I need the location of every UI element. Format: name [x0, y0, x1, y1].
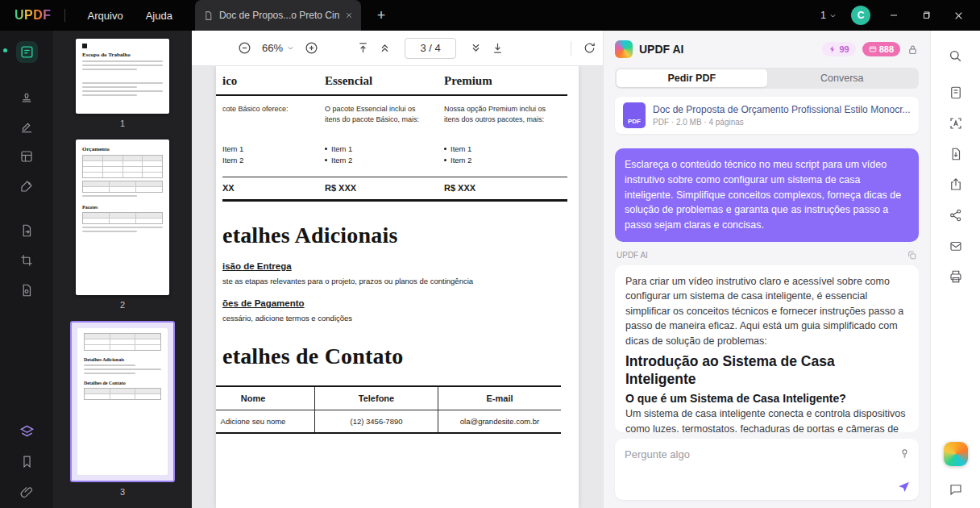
- feedback-icon[interactable]: [949, 474, 963, 505]
- toolbar-divider: [571, 41, 571, 56]
- attachment-icon[interactable]: [10, 477, 43, 506]
- zoom-level-dropdown[interactable]: 66%: [262, 42, 294, 54]
- contact-header: E-mail: [438, 387, 561, 410]
- first-page-button[interactable]: [356, 41, 370, 55]
- export-icon[interactable]: [949, 169, 963, 200]
- page-thumbnail-1[interactable]: Escopo do Trabalho: [76, 39, 169, 114]
- ai-response-label-row: UPDF AI: [617, 250, 917, 260]
- tab-title: Doc de Propos...o Preto Cinza: [219, 10, 339, 21]
- file-name: Doc de Proposta de Orçamento Profissiona…: [653, 104, 910, 115]
- chevron-down-icon: [829, 12, 837, 19]
- ai-response-paragraph: Um sistema de casa inteligente conecta e…: [625, 406, 908, 432]
- minimize-button[interactable]: [885, 6, 903, 24]
- send-icon[interactable]: [897, 480, 911, 493]
- ocr-icon[interactable]: [949, 108, 963, 139]
- titlebar-divider: [64, 9, 65, 22]
- ai-tokens-badge[interactable]: 888: [862, 42, 900, 56]
- selected-thumbnail-highlight: Detalhes Adicionais Detalhes de Contato: [70, 321, 175, 482]
- left-tool-rail: [0, 31, 53, 508]
- document-tab[interactable]: Doc de Propos...o Preto Cinza: [195, 0, 361, 31]
- document-canvas[interactable]: ico Essencial Premium cote Básico oferec…: [192, 66, 603, 508]
- ai-credits-badge[interactable]: 99: [822, 42, 855, 56]
- form-tool-icon[interactable]: [10, 141, 43, 171]
- search-icon[interactable]: [948, 40, 963, 71]
- mini-subheading: Detalhes de Contato: [84, 381, 161, 385]
- zoom-in-button[interactable]: [304, 40, 319, 56]
- credits-count: 99: [839, 44, 849, 54]
- last-page-button[interactable]: [491, 41, 505, 55]
- pricing-desc: cote Básico oferece:: [222, 96, 325, 115]
- menu-arquivo[interactable]: Arquivo: [77, 0, 135, 31]
- contact-table: Nome Telefone E-mail Adicione seu nome (…: [216, 385, 561, 434]
- mini-table: [82, 155, 163, 178]
- titlebar: UPDF Arquivo Ajuda Doc de Propos...o Pre…: [0, 0, 980, 31]
- stamp-icon[interactable]: [10, 81, 43, 111]
- sign-tool-icon[interactable]: [10, 171, 43, 201]
- pricing-header: Essencial: [325, 74, 444, 94]
- right-tool-rail: [930, 31, 980, 508]
- menu-ajuda[interactable]: Ajuda: [135, 0, 184, 31]
- avatar[interactable]: C: [851, 6, 870, 25]
- pdf-file-icon: PDF: [623, 102, 646, 128]
- pricing-desc: Nossa opção Premium inclui os itens dos …: [444, 96, 567, 124]
- zoom-level: 66%: [262, 42, 283, 54]
- doc-text-pagamento: cessário, adicione termos e condições: [216, 308, 579, 323]
- reading-mode-icon[interactable]: [949, 77, 963, 108]
- ai-response-card[interactable]: Para criar um vídeo instrutivo claro e a…: [615, 265, 919, 432]
- document-toolbar: 66% 3 / 4: [192, 31, 603, 66]
- thumbnail-panel-icon[interactable]: [10, 37, 43, 67]
- doc-subheading-entrega: isão de Entrega: [216, 248, 579, 271]
- share-icon[interactable]: [949, 200, 963, 231]
- previous-page-button[interactable]: [378, 41, 392, 55]
- edit-text-icon[interactable]: [10, 111, 43, 141]
- ai-panel-title: UPDF AI: [639, 43, 683, 56]
- maximize-button[interactable]: [917, 6, 935, 24]
- close-button[interactable]: [949, 6, 967, 24]
- ai-tabs: Pedir PDF Conversa: [615, 68, 919, 89]
- next-page-button[interactable]: [469, 41, 483, 55]
- mini-heading: Detalhes Adicionais: [84, 357, 161, 362]
- convert-page-icon[interactable]: [10, 215, 43, 245]
- lock-icon[interactable]: [907, 44, 919, 56]
- ai-assistant-button[interactable]: [944, 442, 968, 466]
- crop-tool-icon[interactable]: [10, 245, 43, 275]
- ai-response-subheading: O que é um Sistema de Casa Inteligente?: [625, 392, 908, 405]
- pricing-item: Item 1: [331, 144, 352, 153]
- pricing-price-row: XX R$ XXX R$ XXX: [222, 177, 567, 202]
- price-value: R$ XXX: [444, 183, 475, 193]
- chevron-down-icon: [287, 44, 294, 52]
- page-thumbnail-3[interactable]: Detalhes Adicionais Detalhes de Contato: [77, 328, 168, 475]
- page-indicator[interactable]: 3 / 4: [405, 38, 456, 59]
- pdf-page[interactable]: ico Essencial Premium cote Básico oferec…: [216, 66, 579, 508]
- page-thumbnail-2[interactable]: Orçamento Pacotes: [76, 139, 169, 295]
- window-count-dropdown[interactable]: 1: [820, 10, 837, 21]
- prompt-ideas-icon[interactable]: [899, 447, 911, 459]
- tab-close-icon[interactable]: [345, 11, 353, 19]
- document-icon: [203, 10, 214, 21]
- zoom-out-button[interactable]: [237, 40, 252, 56]
- doc-heading-adicionais: etalhes Adicionais: [216, 202, 579, 248]
- mini-heading: Escopo do Trabalho: [82, 52, 163, 58]
- tab-pedir-pdf[interactable]: Pedir PDF: [617, 69, 767, 87]
- layers-icon[interactable]: [10, 417, 43, 447]
- mini-heading: Orçamento: [82, 146, 163, 152]
- updf-window: UPDF Arquivo Ajuda Doc de Propos...o Pre…: [0, 0, 980, 508]
- ai-question-input[interactable]: [615, 439, 919, 500]
- rotate-page-button[interactable]: [583, 41, 596, 55]
- extract-page-icon[interactable]: [949, 139, 963, 169]
- thumbnail-page-number: 2: [120, 300, 125, 310]
- bookmark-icon[interactable]: [10, 447, 43, 477]
- window-count: 1: [820, 10, 826, 21]
- mail-icon[interactable]: [949, 231, 963, 261]
- contact-header: Nome: [216, 387, 314, 410]
- new-tab-button[interactable]: +: [371, 7, 392, 24]
- tab-conversa[interactable]: Conversa: [767, 69, 918, 87]
- copy-icon[interactable]: [907, 250, 917, 260]
- price-value: R$ XXX: [325, 183, 444, 193]
- print-icon[interactable]: [949, 261, 963, 292]
- pricing-item: Item 2: [222, 156, 243, 164]
- file-card[interactable]: PDF Doc de Proposta de Orçamento Profiss…: [615, 97, 919, 134]
- mini-subheading: Pacotes: [82, 205, 163, 210]
- zap-icon: [828, 45, 837, 53]
- page-settings-icon[interactable]: [10, 275, 43, 305]
